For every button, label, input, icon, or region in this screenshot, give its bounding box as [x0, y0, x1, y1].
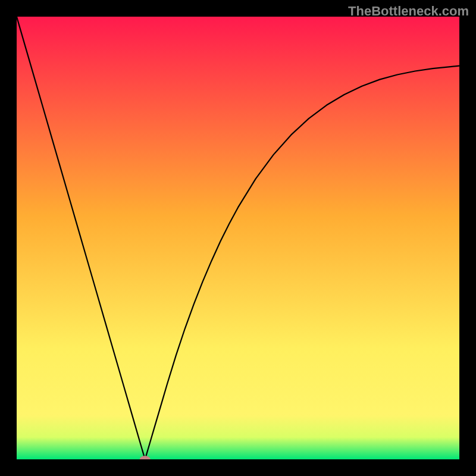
plot-area: [17, 17, 459, 459]
chart-frame: TheBottleneck.com: [0, 0, 476, 476]
gradient-background: [17, 17, 459, 459]
watermark-text: TheBottleneck.com: [348, 4, 469, 19]
bottleneck-chart: [17, 17, 459, 459]
